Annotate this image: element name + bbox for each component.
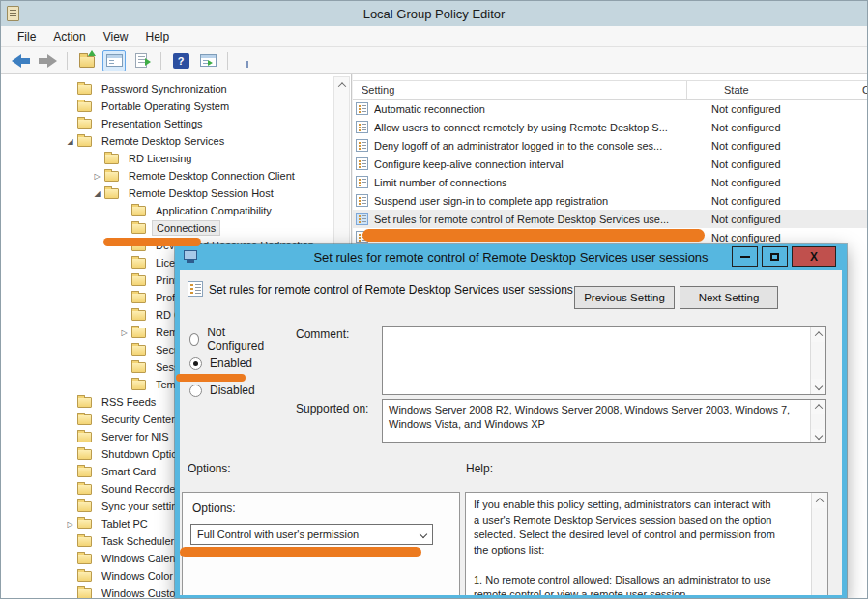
- annotation-highlight-list-row: [362, 229, 705, 242]
- setting-row[interactable]: Configure keep-alive connection interval…: [353, 155, 867, 173]
- help-button[interactable]: ?: [169, 50, 192, 71]
- chevron-up-icon: [814, 404, 822, 412]
- tree-item[interactable]: ◢Remote Desktop Services: [1, 132, 351, 150]
- policy-doc-icon: [356, 176, 368, 188]
- dialog-titlebar: Set rules for remote control of Remote D…: [180, 244, 842, 270]
- comment-scrollbar[interactable]: [810, 327, 825, 394]
- previous-setting-button[interactable]: Previous Setting: [574, 286, 675, 309]
- folder-icon: [77, 554, 92, 564]
- scroll-up-button[interactable]: [334, 77, 349, 93]
- tree-item-label: Task Scheduler: [98, 534, 178, 548]
- radio-disabled[interactable]: Disabled: [189, 384, 255, 397]
- remote-control-level-dropdown[interactable]: Full Control with user's permission: [190, 524, 433, 545]
- radio-circle-icon[interactable]: [189, 385, 202, 397]
- dropdown-selected-value: Full Control with user's permission: [197, 528, 359, 540]
- column-header-setting[interactable]: Setting: [353, 81, 687, 99]
- tree-item[interactable]: ▷Remote Desktop Connection Client: [1, 167, 351, 185]
- policy-doc-icon: [356, 194, 368, 207]
- supported-on-value: Windows Server 2008 R2, Windows Server 2…: [383, 400, 809, 442]
- setting-name: Suspend user sign-in to complete app reg…: [374, 195, 687, 207]
- supported-scrollbar[interactable]: [810, 400, 825, 442]
- main-titlebar: Local Group Policy Editor: [1, 1, 867, 26]
- collapse-arrow-icon[interactable]: ◢: [90, 189, 104, 198]
- column-header-state[interactable]: State: [687, 81, 854, 99]
- tree-item[interactable]: Connections: [1, 219, 351, 237]
- show-console-tree-button[interactable]: [102, 50, 126, 71]
- up-one-level-button[interactable]: [75, 50, 99, 71]
- folder-icon: [77, 84, 92, 95]
- chevron-up-icon: [815, 498, 823, 505]
- menubar: File Action View Help: [1, 26, 867, 47]
- scroll-up-button[interactable]: [811, 400, 825, 414]
- back-button[interactable]: [9, 50, 32, 71]
- filter-button[interactable]: [236, 50, 259, 71]
- radio-circle-icon[interactable]: [189, 333, 199, 346]
- next-setting-button[interactable]: Next Setting: [680, 286, 778, 309]
- close-button[interactable]: X: [792, 246, 836, 267]
- column-header-comment[interactable]: Comment: [854, 81, 867, 99]
- radio-enabled[interactable]: Enabled: [189, 357, 252, 370]
- export-list-button[interactable]: [130, 50, 153, 71]
- chevron-up-icon: [337, 82, 345, 90]
- window-title: Local Group Policy Editor: [1, 7, 867, 21]
- minimize-button[interactable]: [732, 246, 758, 267]
- tree-item-label: Remote Desktop Connection Client: [125, 169, 299, 183]
- folder-icon: [131, 362, 146, 373]
- tree-item[interactable]: Password Synchronization: [1, 80, 351, 98]
- setting-row[interactable]: Allow users to connect remotely by using…: [353, 118, 867, 136]
- tree-item-label: Remote Desktop Services: [98, 134, 228, 148]
- scroll-up-button[interactable]: [812, 493, 826, 508]
- help-scrollbar[interactable]: [811, 493, 827, 595]
- setting-row[interactable]: Automatic reconnectionNot configured: [353, 100, 867, 118]
- menu-action[interactable]: Action: [44, 28, 94, 45]
- tree-item[interactable]: Application Compatibility: [1, 202, 351, 219]
- help-icon: ?: [173, 53, 189, 69]
- maximize-button[interactable]: [762, 246, 788, 267]
- scroll-down-button[interactable]: [811, 429, 825, 442]
- folder-icon: [131, 275, 146, 286]
- expand-arrow-icon[interactable]: ▷: [117, 328, 131, 337]
- menu-file[interactable]: File: [9, 28, 44, 45]
- radio-circle-icon[interactable]: [189, 357, 202, 370]
- tree-item-label: Remote Desktop Session Host: [125, 186, 277, 200]
- tree-item[interactable]: Portable Operating System: [1, 98, 351, 115]
- menu-help[interactable]: Help: [137, 28, 179, 45]
- toolbar-separator: [227, 52, 228, 70]
- annotation-highlight-dropdown: [180, 547, 421, 557]
- folder-icon: [77, 101, 92, 112]
- scroll-up-button[interactable]: [811, 327, 825, 342]
- folder-icon: [77, 536, 92, 547]
- menu-view[interactable]: View: [95, 28, 137, 45]
- setting-row[interactable]: Limit number of connectionsNot configure…: [353, 173, 867, 191]
- folder-icon: [77, 588, 92, 599]
- tree-item-label: Password Synchronization: [98, 82, 231, 96]
- folder-icon: [131, 310, 146, 321]
- filter-icon: [239, 53, 256, 69]
- tree-item-label: Sound Recorder: [98, 482, 183, 496]
- setting-row[interactable]: Deny logoff of an administrator logged i…: [353, 136, 867, 155]
- folder-icon: [77, 571, 92, 582]
- tree-item[interactable]: Presentation Settings: [1, 115, 351, 132]
- tree-item[interactable]: RD Licensing: [1, 150, 351, 167]
- annotation-highlight-connections: [103, 238, 201, 246]
- scroll-down-button[interactable]: [811, 379, 825, 394]
- show-window-button[interactable]: [196, 50, 219, 71]
- close-icon: X: [810, 250, 818, 264]
- comment-textarea[interactable]: [382, 326, 826, 395]
- show-window-icon: [200, 54, 217, 67]
- collapse-arrow-icon[interactable]: ◢: [63, 137, 77, 146]
- radio-not-configured[interactable]: Not Configured: [189, 326, 267, 353]
- help-panel: If you enable this policy setting, admin…: [465, 492, 828, 595]
- radio-label: Not Configured: [207, 326, 266, 353]
- tree-item-label: Security Center: [98, 413, 179, 426]
- forward-button[interactable]: [36, 50, 59, 71]
- expand-arrow-icon[interactable]: ▷: [63, 520, 77, 528]
- tree-item[interactable]: ◢Remote Desktop Session Host: [1, 185, 351, 202]
- folder-icon: [77, 501, 92, 512]
- folder-icon: [131, 258, 146, 269]
- setting-row[interactable]: Suspend user sign-in to complete app reg…: [353, 191, 867, 210]
- expand-arrow-icon[interactable]: ▷: [90, 172, 104, 181]
- setting-row[interactable]: Set rules for remote control of Remote D…: [353, 210, 867, 228]
- console-tree-icon: [106, 54, 123, 67]
- policy-icon: [188, 281, 203, 297]
